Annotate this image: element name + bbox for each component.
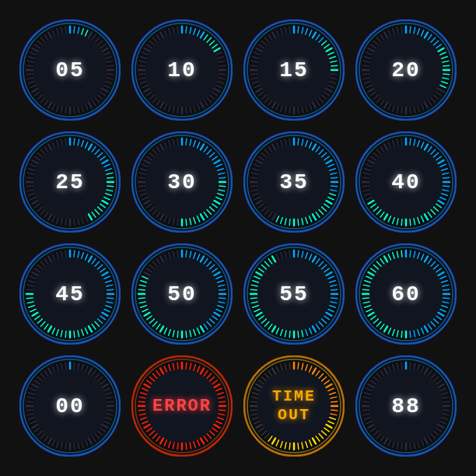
timer-t60: 60 bbox=[355, 243, 457, 345]
timer-inner-t05: 05 bbox=[19, 19, 121, 121]
timer-label-t25: 25 bbox=[55, 170, 85, 194]
timer-inner-terror: ERROR bbox=[131, 355, 233, 457]
timer-label-t35: 35 bbox=[279, 170, 309, 194]
timer-t35: 35 bbox=[243, 131, 345, 233]
timer-t05: 05 bbox=[19, 19, 121, 121]
timer-t50: 50 bbox=[131, 243, 233, 345]
timer-inner-t15: 15 bbox=[243, 19, 345, 121]
timer-inner-t40: 40 bbox=[355, 131, 457, 233]
timer-inner-t50: 50 bbox=[131, 243, 233, 345]
timer-label-t60: 60 bbox=[391, 282, 421, 306]
timer-t25: 25 bbox=[19, 131, 121, 233]
timer-inner-t00: 00 bbox=[19, 355, 121, 457]
timer-ttimeout: TIMEOUT bbox=[243, 355, 345, 457]
timer-inner-ttimeout: TIMEOUT bbox=[243, 355, 345, 457]
timer-label-t30: 30 bbox=[167, 170, 197, 194]
timer-t55: 55 bbox=[243, 243, 345, 345]
timer-label-t45: 45 bbox=[55, 282, 85, 306]
timer-terror: ERROR bbox=[131, 355, 233, 457]
timer-t15: 15 bbox=[243, 19, 345, 121]
timer-label-t50: 50 bbox=[167, 282, 197, 306]
timer-inner-t10: 10 bbox=[131, 19, 233, 121]
timer-inner-t30: 30 bbox=[131, 131, 233, 233]
timer-label-t05: 05 bbox=[55, 58, 85, 82]
timer-inner-t20: 20 bbox=[355, 19, 457, 121]
timer-inner-t60: 60 bbox=[355, 243, 457, 345]
timer-t00: 00 bbox=[19, 355, 121, 457]
timer-label-t55: 55 bbox=[279, 282, 309, 306]
timer-label-ttimeout: TIMEOUT bbox=[272, 387, 316, 425]
timer-inner-t88: 88 bbox=[355, 355, 457, 457]
timer-label-terror: ERROR bbox=[152, 397, 212, 416]
timer-t40: 40 bbox=[355, 131, 457, 233]
timer-t45: 45 bbox=[19, 243, 121, 345]
timer-label-t10: 10 bbox=[167, 58, 197, 82]
timer-grid: 05 10 15 20 25 30 35 40 bbox=[4, 4, 472, 472]
timer-t30: 30 bbox=[131, 131, 233, 233]
timer-inner-t55: 55 bbox=[243, 243, 345, 345]
timer-t20: 20 bbox=[355, 19, 457, 121]
timer-label-t88: 88 bbox=[391, 394, 421, 418]
timer-inner-t35: 35 bbox=[243, 131, 345, 233]
timer-t10: 10 bbox=[131, 19, 233, 121]
timer-label-t20: 20 bbox=[391, 58, 421, 82]
timer-inner-t25: 25 bbox=[19, 131, 121, 233]
timer-label-t40: 40 bbox=[391, 170, 421, 194]
timer-inner-t45: 45 bbox=[19, 243, 121, 345]
timer-t88: 88 bbox=[355, 355, 457, 457]
timer-label-t15: 15 bbox=[279, 58, 309, 82]
timer-label-t00: 00 bbox=[55, 394, 85, 418]
